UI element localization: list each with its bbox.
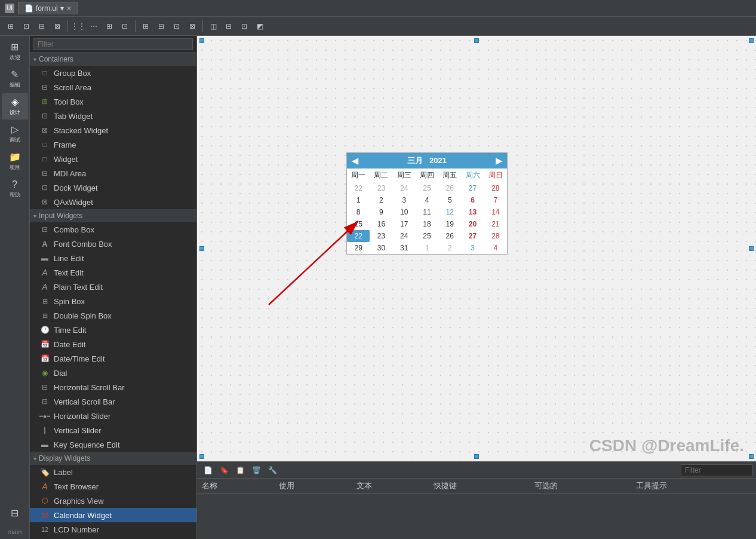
widget-item-lcd-number[interactable]: 12 LCD Number [30,522,196,537]
cal-day-cell[interactable]: 4 [416,194,438,206]
filter-input[interactable] [33,38,193,50]
cal-day-cell[interactable]: 22 [347,230,370,242]
widget-item-spin-box[interactable]: ⊞ Spin Box [30,294,196,308]
widget-item-horizontal-scrollbar[interactable]: ⊟ Horizontal Scroll Bar [30,380,196,394]
handle-bottom-center[interactable] [474,454,479,459]
calendar-prev-button[interactable]: ◀ [352,156,358,166]
sidebar-item-welcome[interactable]: ⊞ 欢迎 [2,38,28,65]
toolbar-btn-11[interactable]: ⊡ [170,19,184,33]
widget-item-time-edit[interactable]: 🕐 Time Edit [30,323,196,337]
cal-day-cell[interactable]: 9 [370,206,392,218]
handle-top-right[interactable] [749,38,754,43]
cal-day-cell[interactable]: 28 [484,182,507,194]
widget-item-text-edit[interactable]: A Text Edit [30,265,196,280]
toolbar-btn-15[interactable]: ⊡ [237,19,251,33]
cal-day-cell[interactable]: 3 [461,242,484,254]
handle-top-center[interactable] [474,38,479,43]
cal-day-cell[interactable]: 27 [461,182,484,194]
widget-item-dock-widget[interactable]: ⊡ Dock Widget [30,180,196,195]
cal-day-cell[interactable]: 31 [393,242,416,254]
widget-item-combo-box[interactable]: ⊟ Combo Box [30,222,196,237]
widget-item-double-spin-box[interactable]: ⊞ Double Spin Box [30,308,196,323]
section-display-widgets[interactable]: ▾ Display Widgets [30,452,196,465]
cal-day-cell[interactable]: 19 [438,218,461,230]
widget-item-label[interactable]: 🏷️ Label [30,465,196,479]
cal-day-cell[interactable]: 4 [484,242,507,254]
handle-mid-right[interactable] [749,246,754,251]
cal-day-cell[interactable]: 11 [416,206,438,218]
cal-day-cell[interactable]: 10 [393,206,416,218]
bottom-btn-2[interactable]: 🔖 [217,463,231,477]
toolbar-btn-14[interactable]: ⊟ [222,19,236,33]
cal-day-cell[interactable]: 15 [347,218,370,230]
widget-item-dial[interactable]: ◉ Dial [30,366,196,380]
cal-day-cell[interactable]: 14 [484,206,507,218]
widget-item-graphics-view[interactable]: ⬡ Graphics View [30,494,196,508]
toolbar-btn-2[interactable]: ⊡ [19,19,33,33]
toolbar-btn-1[interactable]: ⊞ [4,19,18,33]
cal-day-cell[interactable]: 27 [461,230,484,242]
widget-item-datetime-edit[interactable]: 📅 Date/Time Edit [30,351,196,366]
handle-mid-left[interactable] [199,246,204,251]
bottom-btn-3[interactable]: 📋 [233,463,247,477]
cal-day-cell[interactable]: 21 [484,218,507,230]
cal-day-cell[interactable]: 18 [416,218,438,230]
toolbar-btn-13[interactable]: ◫ [206,19,220,33]
cal-day-cell[interactable]: 24 [393,230,416,242]
toolbar-btn-16[interactable]: ◩ [253,19,267,33]
toolbar-btn-12[interactable]: ⊠ [185,19,199,33]
cal-day-cell[interactable]: 26 [438,182,461,194]
tab-arrow[interactable]: ▾ [60,4,64,13]
calendar-next-button[interactable]: ▶ [496,156,502,166]
widget-item-calendar[interactable]: 12 Calendar Widget [30,508,196,522]
cal-day-cell[interactable]: 1 [347,194,370,206]
cal-day-cell[interactable]: 28 [484,230,507,242]
sidebar-item-design[interactable]: ◈ 设计 [2,93,28,120]
cal-day-cell[interactable]: 5 [438,194,461,206]
cal-day-cell[interactable]: 25 [416,230,438,242]
cal-day-cell[interactable]: 1 [416,242,438,254]
widget-item-plain-text-edit[interactable]: A Plain Text Edit [30,280,196,294]
toolbar-btn-10[interactable]: ⊟ [154,19,168,33]
cal-day-cell[interactable]: 30 [370,242,392,254]
toolbar-btn-6[interactable]: ⋯ [87,19,101,33]
cal-day-cell[interactable]: 2 [438,242,461,254]
sidebar-item-debug[interactable]: ▷ 调试 [2,121,28,147]
widget-item-frame[interactable]: □ Frame [30,137,196,152]
calendar-widget-canvas[interactable]: ◀ 三月 2021 ▶ 周一 周二 周三 [346,152,508,255]
widget-item-text-browser[interactable]: A Text Browser [30,479,196,494]
bottom-btn-4[interactable]: 🗑️ [249,463,263,477]
widget-item-qax-widget[interactable]: ⊠ QAxWidget [30,195,196,209]
cal-day-cell[interactable]: 6 [461,194,484,206]
widget-item-key-sequence-edit[interactable]: ▬ Key Sequence Edit [30,437,196,452]
design-canvas[interactable]: ◀ 三月 2021 ▶ 周一 周二 周三 [197,36,756,461]
widget-item-tool-box[interactable]: ⊞ Tool Box [30,94,196,109]
widget-item-scroll-area[interactable]: ⊟ Scroll Area [30,80,196,94]
toolbar-btn-5[interactable]: ⋮⋮ [71,19,85,33]
tab-close-button[interactable]: ✕ [66,5,72,13]
cal-day-cell[interactable]: 7 [484,194,507,206]
toolbar-btn-9[interactable]: ⊞ [139,19,153,33]
cal-day-cell[interactable]: 20 [461,218,484,230]
sidebar-item-project[interactable]: 📁 项目 [2,148,28,174]
bottom-btn-1[interactable]: 📄 [201,463,215,477]
widget-item-group-box[interactable]: □ Group Box [30,66,196,80]
handle-top-left[interactable] [199,38,204,43]
cal-day-cell[interactable]: 26 [438,230,461,242]
cal-day-cell[interactable]: 12 [438,206,461,218]
sidebar-item-terminal[interactable]: ⊟ [2,500,28,526]
widget-item-vertical-scrollbar[interactable]: ⊟ Vertical Scroll Bar [30,394,196,409]
cal-day-cell[interactable]: 23 [370,230,392,242]
widget-item-horizontal-slider[interactable]: ━●━ Horizontal Slider [30,409,196,423]
section-input-widgets[interactable]: ▾ Input Widgets [30,209,196,222]
sidebar-item-edit[interactable]: ✎ 编辑 [2,66,28,92]
widget-item-mdi-area[interactable]: ⊟ MDI Area [30,166,196,180]
cal-day-cell[interactable]: 16 [370,218,392,230]
cal-day-cell[interactable]: 25 [416,182,438,194]
file-tab[interactable]: 📄 form.ui ▾ ✕ [18,2,78,14]
widget-item-stacked-widget[interactable]: ⊠ Stacked Widget [30,123,196,137]
section-containers[interactable]: ▾ Containers [30,53,196,66]
sidebar-item-help[interactable]: ? 帮助 [2,176,28,202]
cal-day-cell[interactable]: 17 [393,218,416,230]
cal-day-cell[interactable]: 13 [461,206,484,218]
